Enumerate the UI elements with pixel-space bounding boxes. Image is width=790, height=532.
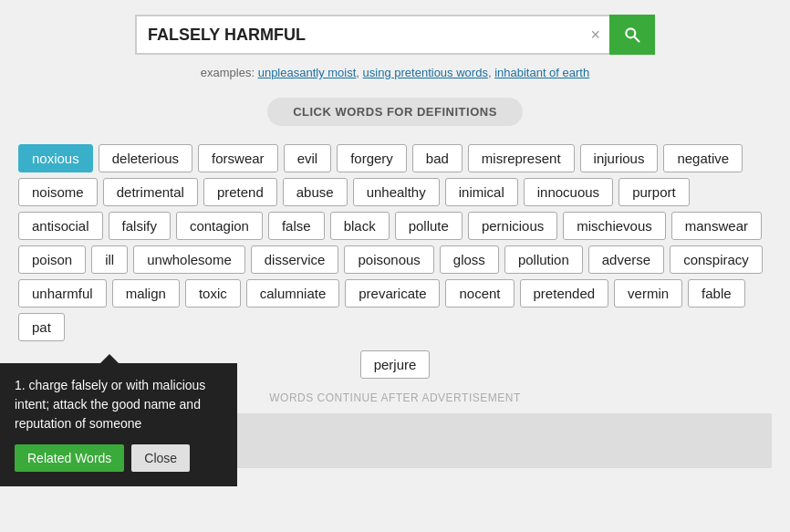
word-tag[interactable]: innocuous bbox=[524, 178, 613, 206]
word-tag[interactable]: mischievous bbox=[563, 212, 666, 240]
word-tag[interactable]: abuse bbox=[283, 178, 348, 206]
word-tag[interactable]: pat bbox=[18, 313, 65, 341]
word-tag[interactable]: prevaricate bbox=[345, 279, 440, 308]
word-tag[interactable]: calumniate bbox=[246, 279, 340, 308]
search-input[interactable] bbox=[135, 15, 609, 55]
click-words-banner: CLICK WORDS FOR DEFINITIONS bbox=[0, 98, 790, 126]
word-tag[interactable]: bad bbox=[412, 144, 463, 172]
word-tag[interactable]: forswear bbox=[198, 144, 278, 172]
word-tag[interactable]: gloss bbox=[440, 245, 499, 274]
word-tag[interactable]: disservice bbox=[251, 245, 339, 274]
word-tag[interactable]: injurious bbox=[580, 144, 659, 172]
search-icon bbox=[623, 26, 641, 44]
word-tag[interactable]: pollute bbox=[395, 212, 463, 240]
word-tag[interactable]: noisome bbox=[18, 178, 98, 206]
word-tag[interactable]: pernicious bbox=[468, 212, 557, 240]
tooltip-definition: 1. charge falsely or with malicious inte… bbox=[15, 376, 223, 433]
word-tag[interactable]: evil bbox=[284, 144, 332, 172]
word-tag[interactable]: antisocial bbox=[18, 212, 103, 240]
related-words-button[interactable]: Related Words bbox=[15, 444, 124, 472]
word-tag[interactable]: fable bbox=[688, 279, 745, 308]
example-link-2[interactable]: using pretentious words bbox=[363, 66, 488, 79]
word-tag[interactable]: purport bbox=[618, 178, 690, 206]
word-tag[interactable]: negative bbox=[663, 144, 743, 172]
tooltip-buttons: Related Words Close bbox=[15, 444, 223, 472]
word-tag[interactable]: pretend bbox=[203, 178, 277, 206]
examples-label: examples: bbox=[201, 66, 255, 79]
word-tag[interactable]: forgery bbox=[337, 144, 407, 172]
word-tag[interactable]: pollution bbox=[504, 245, 583, 274]
tooltip-arrow bbox=[100, 354, 119, 363]
word-tag[interactable]: vermin bbox=[614, 279, 682, 308]
search-input-wrapper: × bbox=[135, 15, 609, 55]
word-tag[interactable]: nocent bbox=[445, 279, 514, 308]
word-tag[interactable]: falsify bbox=[109, 212, 171, 240]
example-link-1[interactable]: unpleasantly moist bbox=[258, 66, 357, 79]
clear-icon[interactable]: × bbox=[590, 26, 600, 45]
search-button[interactable] bbox=[609, 15, 655, 55]
word-tag[interactable]: unwholesome bbox=[133, 245, 245, 274]
word-tag[interactable]: black bbox=[330, 212, 390, 240]
word-tag[interactable]: inimical bbox=[445, 178, 518, 206]
example-link-3[interactable]: inhabitant of earth bbox=[494, 66, 589, 79]
word-tag[interactable]: deleterious bbox=[99, 144, 192, 172]
word-tag[interactable]: poison bbox=[18, 245, 86, 274]
words-grid: noxiousdeleteriousforswearevilforgerybad… bbox=[0, 144, 790, 382]
word-tag[interactable]: unharmful bbox=[18, 279, 107, 308]
word-tag[interactable]: contagion bbox=[176, 212, 263, 240]
word-tag[interactable]: misrepresent bbox=[468, 144, 575, 172]
word-tag[interactable]: ill bbox=[91, 245, 128, 274]
word-tag[interactable]: false bbox=[268, 212, 325, 240]
word-tag[interactable]: poisonous bbox=[344, 245, 433, 274]
word-tag-perjure[interactable]: perjure bbox=[360, 350, 431, 379]
svg-line-1 bbox=[634, 37, 639, 41]
word-tag[interactable]: conspiracy bbox=[670, 245, 763, 274]
examples-row: examples: unpleasantly moist, using pret… bbox=[0, 62, 790, 90]
word-tag[interactable]: malign bbox=[112, 279, 180, 308]
word-tag[interactable]: noxious bbox=[18, 144, 93, 172]
search-bar-container: × bbox=[0, 0, 790, 62]
word-tag[interactable]: manswear bbox=[671, 212, 762, 240]
word-tag[interactable]: adverse bbox=[588, 245, 664, 274]
close-button[interactable]: Close bbox=[131, 444, 190, 472]
word-tag[interactable]: detrimental bbox=[103, 178, 198, 206]
click-words-pill: CLICK WORDS FOR DEFINITIONS bbox=[267, 98, 523, 126]
tooltip-box: 1. charge falsely or with malicious inte… bbox=[0, 363, 237, 486]
word-tag[interactable]: pretended bbox=[520, 279, 609, 308]
word-tag[interactable]: toxic bbox=[185, 279, 241, 308]
word-tag[interactable]: unhealthy bbox=[353, 178, 440, 206]
